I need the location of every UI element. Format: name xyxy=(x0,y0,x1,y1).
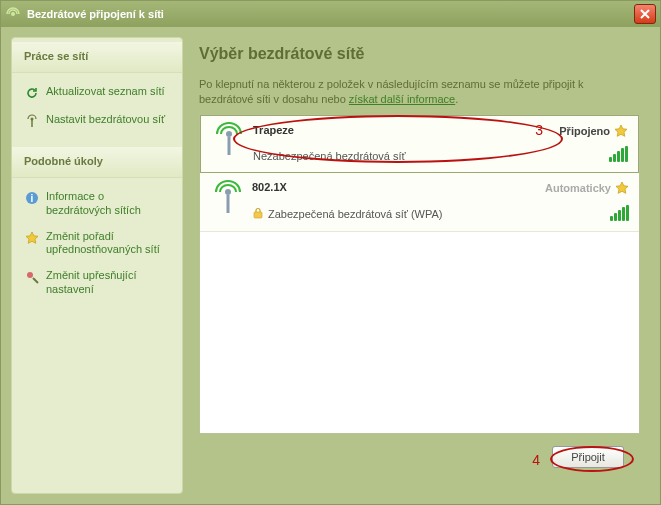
sidebar-heading: Podobné úkoly xyxy=(12,147,182,178)
network-name: Trapeze xyxy=(253,124,508,136)
sidebar-item-label: Aktualizovat seznam sítí xyxy=(46,85,165,99)
network-item[interactable]: 802.1X Zabezpečená bezdrátová síť (WPA) … xyxy=(200,173,639,232)
sidebar-section-network-tasks: Práce se sítí Aktualizovat seznam sítí N… xyxy=(12,42,182,147)
window-title: Bezdrátové připojení k síti xyxy=(27,8,164,20)
more-info-link[interactable]: získat další informace xyxy=(349,93,455,105)
titlebar: Bezdrátové připojení k síti xyxy=(1,1,660,27)
antenna-icon xyxy=(24,113,40,129)
sidebar-item-label: Nastavit bezdrátovou síť xyxy=(46,113,165,127)
favorite-star-icon xyxy=(614,124,628,138)
sidebar-section-related: Podobné úkoly i Informace o bezdrátových… xyxy=(12,147,182,315)
connect-button[interactable]: Připojit xyxy=(552,446,624,468)
close-button[interactable] xyxy=(634,4,656,24)
svg-point-6 xyxy=(225,189,231,195)
sidebar: Práce se sítí Aktualizovat seznam sítí N… xyxy=(11,37,183,494)
star-icon xyxy=(24,230,40,246)
network-list[interactable]: Trapeze Nezabezpečená bezdrátová síť Při… xyxy=(199,114,640,434)
sidebar-heading: Práce se sítí xyxy=(12,42,182,73)
settings-icon xyxy=(24,269,40,285)
network-item[interactable]: Trapeze Nezabezpečená bezdrátová síť Při… xyxy=(200,115,639,173)
sidebar-item-label: Změnit upřesňující nastavení xyxy=(46,269,170,297)
svg-rect-7 xyxy=(254,212,262,218)
sidebar-item-label: Informace o bezdrátových sítích xyxy=(46,190,170,218)
wireless-icon xyxy=(5,6,21,22)
close-icon xyxy=(640,9,650,19)
favorite-star-icon xyxy=(615,181,629,195)
svg-point-5 xyxy=(226,131,232,137)
page-description: Po klepnutí na některou z položek v násl… xyxy=(199,77,640,108)
sidebar-item-label: Změnit pořadí upřednostňovaných sítí xyxy=(46,230,170,258)
network-security: Nezabezpečená bezdrátová síť xyxy=(253,150,508,162)
sidebar-item-order[interactable]: Změnit pořadí upřednostňovaných sítí xyxy=(16,224,178,264)
signal-antenna-icon xyxy=(212,180,244,220)
network-status: Připojeno xyxy=(559,124,628,138)
refresh-icon xyxy=(24,85,40,101)
network-name: 802.1X xyxy=(252,181,509,193)
main-panel: Výběr bezdrátové sítě Po klepnutí na něk… xyxy=(183,37,650,494)
sidebar-item-refresh[interactable]: Aktualizovat seznam sítí xyxy=(16,79,178,107)
signal-strength-icon xyxy=(609,146,628,162)
sidebar-item-setup[interactable]: Nastavit bezdrátovou síť xyxy=(16,107,178,135)
sidebar-item-advanced[interactable]: Změnit upřesňující nastavení xyxy=(16,263,178,303)
signal-antenna-icon xyxy=(213,122,245,162)
sidebar-item-info[interactable]: i Informace o bezdrátových sítích xyxy=(16,184,178,224)
footer: 4 Připojit xyxy=(199,434,640,480)
signal-strength-icon xyxy=(610,205,629,221)
annotation-marker-4: 4 xyxy=(532,452,540,468)
body: Práce se sítí Aktualizovat seznam sítí N… xyxy=(1,27,660,504)
window: Bezdrátové připojení k síti Práce se sít… xyxy=(0,0,661,505)
svg-point-4 xyxy=(27,272,33,278)
svg-text:i: i xyxy=(31,193,34,204)
page-title: Výběr bezdrátové sítě xyxy=(199,45,640,63)
network-security: Zabezpečená bezdrátová síť (WPA) xyxy=(268,208,443,220)
lock-icon xyxy=(252,207,264,221)
info-icon: i xyxy=(24,190,40,206)
svg-point-0 xyxy=(11,12,15,16)
network-status: Automaticky xyxy=(545,181,629,195)
